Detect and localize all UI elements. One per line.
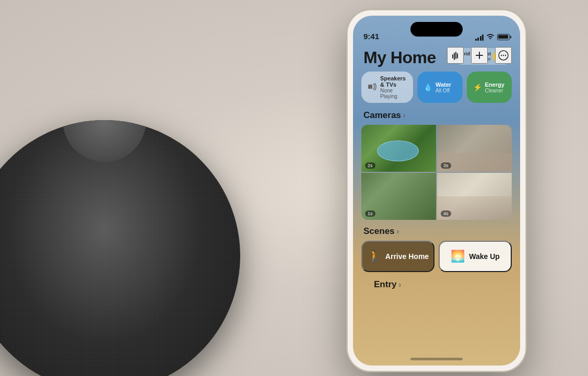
cameras-grid: 2s 3s 1s 4s <box>361 125 512 220</box>
battery-icon <box>497 34 510 40</box>
status-time: 9:41 <box>363 32 379 41</box>
camera-feed-1[interactable]: 2s <box>361 125 436 172</box>
add-button[interactable] <box>471 47 488 64</box>
wifi-icon <box>486 33 495 41</box>
energy-label: Energy <box>485 81 504 88</box>
wake-up-icon: 🌅 <box>451 250 465 263</box>
energy-sublabel: Cleaner <box>485 88 504 93</box>
iphone-screen: 9:41 <box>353 16 520 366</box>
speakers-icon <box>368 83 377 92</box>
cameras-section: Cameras › 2s 3s <box>353 109 520 220</box>
entry-label: Entry <box>374 279 396 290</box>
wake-up-button[interactable]: 🌅 Wake Up <box>439 241 512 272</box>
iphone-device: 9:41 <box>348 10 525 371</box>
svg-rect-3 <box>457 53 458 58</box>
svg-rect-0 <box>452 54 453 58</box>
siri-button[interactable] <box>447 47 464 64</box>
scenes-chevron: › <box>397 227 399 236</box>
camera-1-timer: 2s <box>365 162 375 169</box>
camera-feed-3[interactable]: 1s <box>361 173 436 220</box>
entry-section[interactable]: Entry › <box>353 272 520 296</box>
scenes-label: Scenes <box>363 226 395 237</box>
water-label: Water <box>436 81 451 88</box>
svg-point-7 <box>505 55 506 56</box>
home-content: My Home Grid Forecast Cleaner ⚡ <box>353 44 520 366</box>
water-icon: 💧 <box>424 83 432 91</box>
svg-rect-1 <box>454 53 455 60</box>
top-toolbar <box>353 44 520 67</box>
camera-feed-4[interactable]: 4s <box>437 173 512 220</box>
quick-pills: Speakers & TVs None Playing 💧 Water All … <box>353 72 520 109</box>
camera-feed-2[interactable]: 3s <box>437 125 512 172</box>
status-icons <box>475 33 510 41</box>
speakers-pill[interactable]: Speakers & TVs None Playing <box>361 72 413 103</box>
entry-header[interactable]: Entry › <box>363 278 510 294</box>
water-sublabel: All Off <box>436 88 451 93</box>
more-button[interactable] <box>495 47 512 64</box>
scenes-header[interactable]: Scenes › <box>353 225 520 241</box>
camera-4-timer: 4s <box>441 210 451 217</box>
svg-rect-8 <box>368 85 372 89</box>
water-pill[interactable]: 💧 Water All Off <box>417 72 463 103</box>
pool-visual <box>377 140 419 161</box>
svg-rect-2 <box>455 52 456 59</box>
arrive-home-label: Arrive Home <box>385 252 429 261</box>
scenes-section: Scenes › 🚶 Arrive Home 🌅 Wake Up <box>353 220 520 272</box>
speakers-sublabel: None Playing <box>380 88 407 99</box>
scenes-grid: 🚶 Arrive Home 🌅 Wake Up <box>353 241 520 272</box>
svg-point-6 <box>503 55 504 56</box>
wake-up-label: Wake Up <box>469 252 500 261</box>
speakers-label: Speakers & TVs <box>380 75 407 88</box>
cameras-label: Cameras <box>363 110 401 121</box>
cameras-header[interactable]: Cameras › <box>353 109 520 125</box>
homepod-top <box>63 120 146 162</box>
arrive-home-icon: 🚶 <box>367 250 381 263</box>
home-indicator <box>410 358 463 360</box>
energy-pill[interactable]: ⚡ Energy Cleaner <box>467 72 512 103</box>
cameras-chevron: › <box>403 111 406 120</box>
camera-3-timer: 1s <box>365 210 375 217</box>
camera-2-timer: 3s <box>441 162 451 169</box>
svg-point-5 <box>501 55 502 56</box>
iphone-frame: 9:41 <box>348 10 525 371</box>
entry-chevron: › <box>398 280 401 289</box>
energy-icon: ⚡ <box>473 83 482 91</box>
arrive-home-button[interactable]: 🚶 Arrive Home <box>361 241 434 272</box>
signal-bars-icon <box>475 33 484 41</box>
dynamic-island <box>410 22 463 37</box>
